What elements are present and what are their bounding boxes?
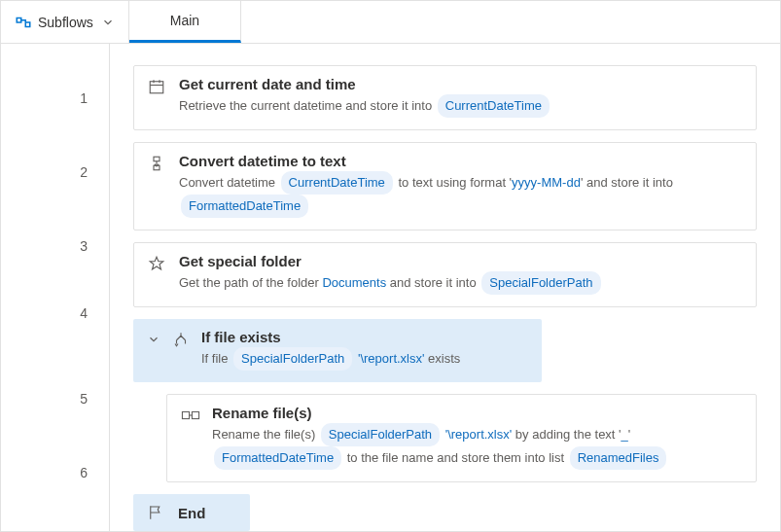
action-rename-files[interactable]: Rename file(s) Rename the file(s) Specia… xyxy=(166,394,757,482)
action-body: Get special folder Get the path of the f… xyxy=(179,253,742,295)
action-title: Get current date and time xyxy=(179,76,742,92)
action-description: Get the path of the folder Documents and… xyxy=(179,271,742,295)
path-literal: '\report.xlsx' xyxy=(358,351,425,366)
action-title: Get special folder xyxy=(179,253,742,269)
line-number: 4 xyxy=(1,279,109,347)
tab-main[interactable]: Main xyxy=(129,1,241,43)
subflow-icon xyxy=(15,14,32,31)
action-description: Convert datetime CurrentDateTime to text… xyxy=(179,171,742,218)
chevron-down-icon[interactable] xyxy=(147,333,160,346)
action-end[interactable]: End xyxy=(133,494,250,531)
action-if-file-exists[interactable]: If file exists If file SpecialFolderPath… xyxy=(133,319,542,382)
desc-text: If file xyxy=(201,351,231,366)
desc-text: and store it into xyxy=(386,275,479,290)
svg-rect-4 xyxy=(154,157,160,161)
subflows-dropdown[interactable]: Subflows xyxy=(1,1,129,43)
svg-rect-7 xyxy=(182,411,189,418)
desc-text: ' and store it into xyxy=(581,175,673,190)
editor-body: 1 2 3 4 5 6 Get current date and time Re… xyxy=(1,44,780,531)
flag-icon xyxy=(147,504,164,521)
rename-icon xyxy=(181,407,198,424)
text-literal: _ xyxy=(621,427,628,442)
action-body: Rename file(s) Rename the file(s) Specia… xyxy=(212,405,742,470)
chevron-down-icon xyxy=(101,16,115,29)
subflows-label: Subflows xyxy=(38,15,93,30)
desc-text: by adding the text ' xyxy=(512,427,621,442)
action-body: If file exists If file SpecialFolderPath… xyxy=(201,329,528,371)
action-body: Convert datetime to text Convert datetim… xyxy=(179,153,742,218)
action-get-datetime[interactable]: Get current date and time Retrieve the c… xyxy=(133,65,757,130)
variable-token[interactable]: SpecialFolderPath xyxy=(321,423,440,446)
calendar-icon xyxy=(148,78,165,95)
folder-link: Documents xyxy=(322,275,386,290)
top-bar: Subflows Main xyxy=(1,1,780,44)
action-title: Rename file(s) xyxy=(212,405,742,421)
action-convert-datetime-text[interactable]: Convert datetime to text Convert datetim… xyxy=(133,142,757,231)
line-number: 6 xyxy=(1,450,109,495)
variable-token[interactable]: CurrentDateTime xyxy=(438,94,550,118)
path-literal: '\report.xlsx' xyxy=(445,427,513,442)
variable-token[interactable]: CurrentDateTime xyxy=(281,171,393,195)
variable-token[interactable]: FormattedDateTime xyxy=(214,446,341,470)
desc-text: Convert datetime xyxy=(179,175,279,190)
variable-token[interactable]: SpecialFolderPath xyxy=(233,347,352,371)
line-number: 2 xyxy=(1,131,109,213)
line-number: 1 xyxy=(1,65,109,131)
line-number: 3 xyxy=(1,213,109,279)
svg-rect-8 xyxy=(192,411,198,418)
format-literal: yyyy-MM-dd xyxy=(512,175,581,190)
desc-text: Get the path of the folder xyxy=(179,275,322,290)
action-description: Rename the file(s) SpecialFolderPath '\r… xyxy=(212,423,742,470)
action-title: If file exists xyxy=(201,329,528,345)
convert-icon xyxy=(148,155,165,172)
variable-token[interactable]: FormattedDateTime xyxy=(181,195,308,218)
desc-text: to text using format ' xyxy=(398,175,512,190)
desc-text: Retrieve the current datetime and store … xyxy=(179,98,436,113)
action-get-special-folder[interactable]: Get special folder Get the path of the f… xyxy=(133,242,757,307)
desc-text: exists xyxy=(424,351,460,366)
desc-text: Rename the file(s) xyxy=(212,427,319,442)
flow-canvas[interactable]: Get current date and time Retrieve the c… xyxy=(110,44,780,531)
desc-text: ' xyxy=(628,427,630,442)
line-number-gutter: 1 2 3 4 5 6 xyxy=(1,44,110,531)
star-icon xyxy=(148,255,165,272)
svg-rect-0 xyxy=(150,82,163,93)
variable-token[interactable]: RenamedFiles xyxy=(570,446,667,470)
branch-icon xyxy=(172,331,190,348)
action-description: If file SpecialFolderPath '\report.xlsx'… xyxy=(201,347,528,371)
flow-designer: Subflows Main 1 2 3 4 5 6 Get current da… xyxy=(0,0,781,532)
end-label: End xyxy=(178,505,205,521)
action-title: Convert datetime to text xyxy=(179,153,742,169)
desc-text: to the file name and store them into lis… xyxy=(347,450,568,465)
action-description: Retrieve the current datetime and store … xyxy=(179,94,742,118)
variable-token[interactable]: SpecialFolderPath xyxy=(481,271,600,295)
action-body: Get current date and time Retrieve the c… xyxy=(179,76,742,118)
tab-main-label: Main xyxy=(170,13,199,28)
line-number: 5 xyxy=(1,347,109,450)
